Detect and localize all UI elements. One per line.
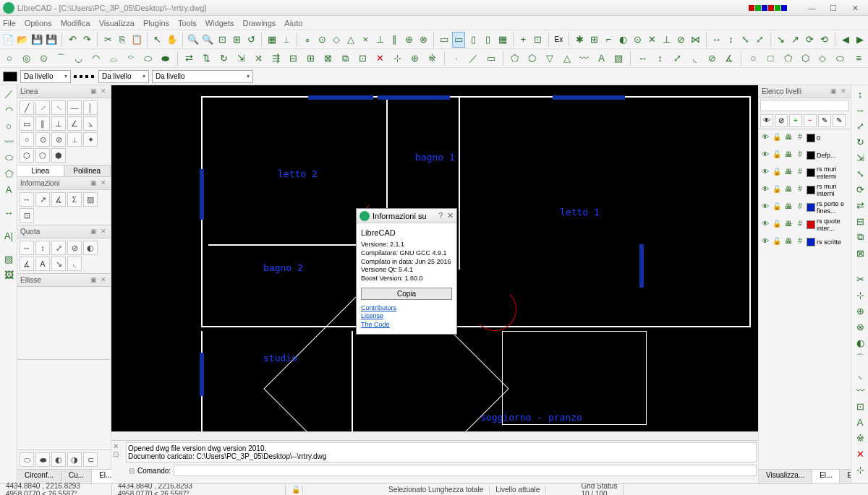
menu-options[interactable]: Options <box>25 19 52 27</box>
layer-edit-icon[interactable]: ✎ <box>818 114 831 127</box>
arc5-icon[interactable]: ⌔ <box>123 51 139 66</box>
mod10-icon[interactable]: ⧉ <box>338 51 354 66</box>
linea-tool-4[interactable]: — <box>67 100 82 115</box>
quota-tool-9[interactable]: ◟ <box>67 257 82 271</box>
layer-color-swatch[interactable] <box>807 134 815 142</box>
dim3-icon[interactable]: ⤢ <box>669 51 685 66</box>
about-link-contributors[interactable]: Contributors <box>361 304 452 313</box>
mod12-icon[interactable]: ✕ <box>373 51 388 66</box>
snap-end-icon[interactable]: ⌐ <box>602 32 615 48</box>
quota-tool-2[interactable]: ↕ <box>35 241 50 255</box>
bot-tool-2[interactable]: ⬬ <box>35 452 50 467</box>
redo-icon[interactable]: ↷ <box>80 32 93 48</box>
linea-tool-11[interactable]: ○ <box>20 132 34 147</box>
mod3-icon[interactable]: ↻ <box>216 51 232 66</box>
print-icon[interactable]: 🖶 <box>783 133 793 143</box>
layer-color-swatch[interactable] <box>807 203 815 212</box>
eye-icon[interactable]: 👁 <box>760 202 770 212</box>
menu-modifica[interactable]: Modifica <box>61 19 90 27</box>
ls-circle-icon[interactable]: ○ <box>1 119 16 133</box>
construct-icon[interactable]: # <box>795 202 805 212</box>
undo-icon[interactable]: ↶ <box>66 32 79 48</box>
arrow-left-icon[interactable]: ◀ <box>839 32 852 48</box>
layer-row[interactable]: 👁 🔓 🖶 # Defp... <box>759 147 851 164</box>
close-button[interactable]: ✕ <box>845 1 865 14</box>
rs-19-icon[interactable]: 〰 <box>853 383 867 397</box>
bot-tool-5[interactable]: ⊂ <box>83 452 98 467</box>
eye-icon[interactable]: 👁 <box>760 237 770 247</box>
restrict3-icon[interactable]: ⤡ <box>739 32 752 48</box>
rs-7-icon[interactable]: ⟳ <box>853 182 867 197</box>
pan-icon[interactable]: ✋ <box>166 32 179 48</box>
restrict1-icon[interactable]: ↔ <box>710 32 723 48</box>
zoomprev-icon[interactable]: ↺ <box>244 32 258 48</box>
hscrollbar[interactable] <box>111 431 758 440</box>
layer-del-icon[interactable]: − <box>804 114 817 127</box>
print-icon[interactable]: 🖶 <box>783 150 793 160</box>
rs-23-icon[interactable]: ✕ <box>853 447 867 461</box>
grid-icon[interactable]: ▦ <box>265 32 278 48</box>
construct-icon[interactable]: # <box>795 185 805 195</box>
rs-14-icon[interactable]: ⊕ <box>853 304 867 318</box>
mod2-icon[interactable]: ⇅ <box>199 51 215 66</box>
eye-icon[interactable]: 👁 <box>760 185 770 195</box>
about-link-license[interactable]: License <box>361 312 452 321</box>
rs-1-icon[interactable]: ↕ <box>853 87 867 101</box>
layer-color-swatch[interactable] <box>807 151 815 160</box>
new-icon[interactable]: 📄 <box>1 32 14 48</box>
mod5-icon[interactable]: ⤨ <box>251 51 267 66</box>
construct-icon[interactable]: # <box>795 150 805 160</box>
print-icon[interactable]: 🖶 <box>783 168 793 178</box>
snap4-icon[interactable]: △ <box>344 32 357 48</box>
rs-12-icon[interactable]: ✂ <box>853 272 867 286</box>
rs-5-icon[interactable]: ⇲ <box>853 150 867 165</box>
layer-row[interactable]: 👁 🔓 🖶 # rs scritte <box>759 233 851 251</box>
eye-icon[interactable]: 👁 <box>760 150 770 160</box>
lock-icon[interactable]: 🔓 <box>772 185 782 195</box>
snap5-icon[interactable]: × <box>359 32 372 48</box>
menu-drawings[interactable]: Drawings <box>242 19 276 27</box>
saveas-icon[interactable]: 💾 <box>45 32 58 48</box>
mod9-icon[interactable]: ⊠ <box>320 51 336 66</box>
shape1-icon[interactable]: ○ <box>745 51 761 66</box>
view5-icon[interactable]: ▦ <box>496 32 509 48</box>
maximize-button[interactable]: ☐ <box>823 1 843 14</box>
lock-icon[interactable]: 🔓 <box>772 133 782 143</box>
ls-dim-icon[interactable]: ↔ <box>1 205 16 220</box>
view3-icon[interactable]: ▯ <box>467 32 480 48</box>
linea-tool-10[interactable]: ⦣ <box>83 116 98 131</box>
rs-4-icon[interactable]: ↻ <box>853 134 867 149</box>
snap-tan-icon[interactable]: ⊘ <box>675 32 688 48</box>
mod7-icon[interactable]: ⊟ <box>286 51 302 66</box>
poly2-icon[interactable]: ⬡ <box>524 51 540 66</box>
bot-tool-1[interactable]: ⬭ <box>20 452 34 467</box>
restrict4-icon[interactable]: ⤢ <box>754 32 767 48</box>
circle3-icon[interactable]: ⊙ <box>36 51 52 66</box>
ls-text-icon[interactable]: A <box>1 182 16 197</box>
arc2-icon[interactable]: ◡ <box>71 51 87 66</box>
construct-icon[interactable]: # <box>795 133 805 143</box>
shape5-icon[interactable]: ◇ <box>814 51 830 66</box>
misc1-icon[interactable]: + <box>516 32 529 48</box>
quota-tool-3[interactable]: ⤢ <box>51 241 66 255</box>
rs-24-icon[interactable]: ⊹ <box>853 462 867 477</box>
rs-3-icon[interactable]: ⤢ <box>853 119 867 133</box>
rs-18-icon[interactable]: ◟ <box>853 367 867 382</box>
snap9-icon[interactable]: ⊗ <box>417 32 430 48</box>
dim2-icon[interactable]: ↕ <box>652 51 668 66</box>
paste-icon[interactable]: 📋 <box>130 32 143 48</box>
info-tool-5[interactable]: ▨ <box>83 192 98 207</box>
exit-icon[interactable]: Ex <box>552 32 565 48</box>
print-icon[interactable]: 🖶 <box>783 237 793 247</box>
snap-perp-icon[interactable]: ⊥ <box>660 32 673 48</box>
layer-hide-icon[interactable]: ⊘ <box>775 114 788 127</box>
tab-polilinea[interactable]: Polilinea <box>64 165 111 176</box>
snap6-icon[interactable]: ⊥ <box>373 32 386 48</box>
mod6-icon[interactable]: ⇶ <box>268 51 284 66</box>
construct-icon[interactable]: # <box>795 168 805 178</box>
lock-icon[interactable]: 🔓 <box>772 202 782 212</box>
view2-icon[interactable]: ▭ <box>452 32 465 48</box>
mod1-icon[interactable]: ⇄ <box>182 51 197 66</box>
print-icon[interactable]: 🖶 <box>783 185 793 195</box>
lock-icon[interactable]: 🔓 <box>772 220 782 230</box>
